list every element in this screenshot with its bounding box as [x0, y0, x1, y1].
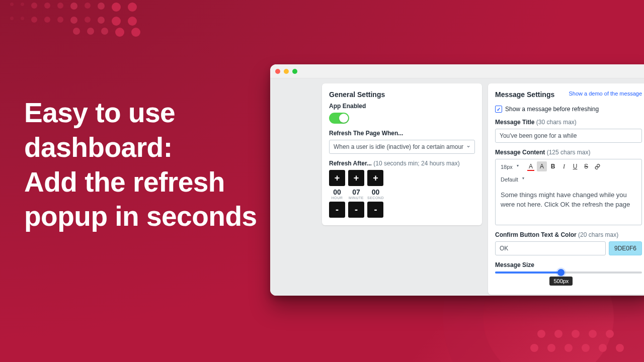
confirm-label: Confirm Button Text & Color (20 chars ma…: [495, 231, 642, 238]
refresh-after-label: Refresh After... (10 seconds min; 24 hou…: [329, 160, 475, 167]
message-title-input[interactable]: [495, 129, 642, 143]
close-icon[interactable]: [275, 69, 280, 74]
window-body: General Settings App Enabled Refresh The…: [270, 78, 644, 296]
italic-icon[interactable]: I: [559, 161, 569, 171]
promo-line: popup in seconds: [24, 199, 261, 234]
bg-color-icon[interactable]: A: [537, 161, 547, 171]
message-heading: Message Settings: [495, 90, 554, 99]
general-heading: General Settings: [329, 90, 475, 99]
font-size-select[interactable]: 18px: [499, 163, 520, 171]
refresh-after-stepper: + 00 HOUR - + 07 MINUTE - + 00 SECOND -: [329, 170, 475, 218]
second-unit: SECOND: [367, 196, 384, 200]
show-message-label: Show a message before refreshing: [505, 106, 599, 113]
underline-icon[interactable]: U: [570, 161, 580, 171]
refresh-when-select[interactable]: When a user is idle (inactive) for a cer…: [329, 140, 475, 154]
second-minus-button[interactable]: -: [367, 202, 383, 218]
strike-icon[interactable]: S: [581, 161, 591, 171]
minute-unit: MINUTE: [349, 196, 364, 200]
app-enabled-label: App Enabled: [329, 103, 475, 110]
message-content-textarea[interactable]: Some things might have changed while you…: [496, 186, 641, 225]
promo-headline: Easy to use dashboard: Add the refresh p…: [24, 96, 261, 234]
app-enabled-toggle[interactable]: [329, 113, 349, 124]
demo-link[interactable]: Show a demo of the message: [569, 90, 642, 97]
panel-message-settings: Message Settings Show a demo of the mess…: [488, 83, 644, 295]
hour-minus-button[interactable]: -: [329, 202, 345, 218]
zoom-icon[interactable]: [292, 69, 297, 74]
font-family-select[interactable]: Default: [499, 175, 525, 184]
refresh-when-label: Refresh The Page When...: [329, 130, 475, 137]
second-value: 00: [372, 188, 380, 196]
hour-plus-button[interactable]: +: [329, 170, 345, 186]
second-plus-button[interactable]: +: [367, 170, 383, 186]
message-size-slider[interactable]: 500px: [495, 272, 642, 274]
promo-line: dashboard:: [24, 130, 261, 165]
promo-line: Add the refresh: [24, 165, 261, 200]
minute-plus-button[interactable]: +: [348, 170, 364, 186]
minimize-icon[interactable]: [284, 69, 289, 74]
panel-general-settings: General Settings App Enabled Refresh The…: [322, 83, 482, 225]
message-size-label: Message Size: [495, 261, 642, 268]
editor-toolbar: 18px A A B I U S Default: [496, 159, 641, 186]
minute-minus-button[interactable]: -: [348, 202, 364, 218]
window-titlebar: [270, 64, 644, 78]
minute-value: 07: [352, 188, 360, 196]
show-message-checkbox[interactable]: ✓: [495, 106, 502, 113]
hour-unit: HOUR: [332, 196, 343, 200]
confirm-text-input[interactable]: [495, 241, 606, 255]
bold-icon[interactable]: B: [548, 161, 558, 171]
message-title-label: Message Title (30 chars max): [495, 119, 642, 126]
message-content-label: Message Content (125 chars max): [495, 149, 642, 156]
confirm-color-picker[interactable]: 9DE0F6: [609, 241, 642, 255]
text-color-icon[interactable]: A: [526, 161, 536, 171]
rich-text-editor: 18px A A B I U S Default Some things mig…: [495, 159, 642, 225]
hour-value: 00: [333, 188, 341, 196]
slider-value-tooltip: 500px: [549, 277, 573, 286]
promo-line: Easy to use: [24, 96, 261, 130]
app-window: General Settings App Enabled Refresh The…: [270, 64, 644, 296]
link-icon[interactable]: [592, 161, 602, 171]
